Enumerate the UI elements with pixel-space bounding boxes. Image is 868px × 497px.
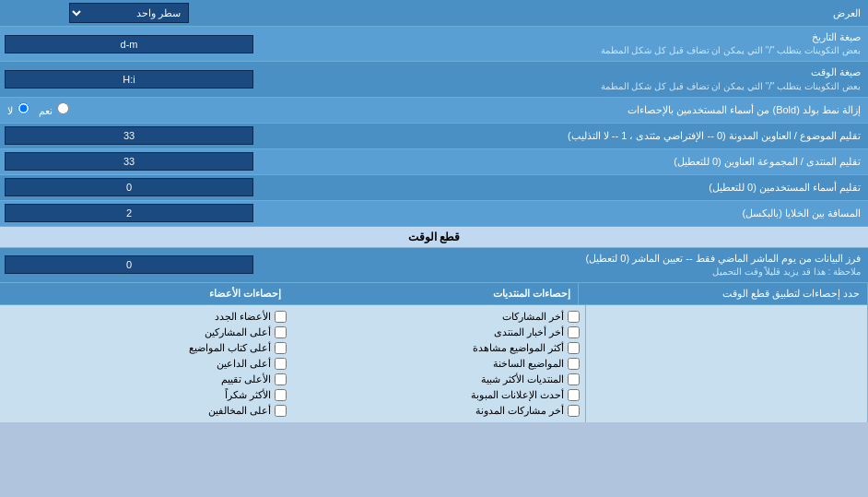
usernames-row: تقليم أسماء المستخدمين (0 للتعطيل) xyxy=(0,175,868,201)
checkbox-item: الأعضاء الجدد xyxy=(6,309,287,325)
bold-label: إزالة نمط بولد (Bold) من أسماء المستخدمي… xyxy=(258,100,868,121)
section-header: قطع الوقت xyxy=(0,227,868,248)
stats-apply-label: حدد إحصاءات لتطبيق قطع الوقت xyxy=(579,283,868,304)
cb-top-posters[interactable] xyxy=(275,326,287,338)
topics-row: تقليم الموضوع / العناوين المدونة (0 -- ا… xyxy=(0,124,868,149)
cb-top-violators[interactable] xyxy=(275,405,287,417)
bottom-header-row: حدد إحصاءات لتطبيق قطع الوقت إحصاءات الم… xyxy=(0,283,868,305)
forum-group-row: تقليم المنتدى / المجموعة العناوين (0 للت… xyxy=(0,149,868,175)
forum-group-input[interactable] xyxy=(5,152,253,171)
main-container: العرض سطر واحد سطران ثلاثة أسطر صيغة الت… xyxy=(0,0,868,422)
empty-col xyxy=(586,305,868,422)
checkbox-item: أعلى المخالفين xyxy=(6,403,287,419)
cb-top-rated[interactable] xyxy=(275,373,287,385)
cb-similar-forums[interactable] xyxy=(568,373,580,385)
bold-no-radio[interactable] xyxy=(18,102,29,114)
cb-most-viewed[interactable] xyxy=(568,342,580,354)
usernames-label: تقليم أسماء المستخدمين (0 للتعطيل) xyxy=(258,177,868,198)
col2-header: إحصاءات الأعضاء xyxy=(0,283,288,304)
cb-new-members[interactable] xyxy=(275,311,287,323)
freeze-input-cell xyxy=(0,253,258,277)
spacing-input[interactable] xyxy=(5,204,253,222)
time-format-row: صيغة الوقت بعض التكوينات يتطلب "/" التي … xyxy=(0,62,868,97)
cb-top-inviters[interactable] xyxy=(275,358,287,370)
date-format-input-cell xyxy=(0,32,258,56)
time-format-input[interactable] xyxy=(5,70,253,89)
checkbox-item: أحدث الإعلانات المبوبة xyxy=(298,387,579,403)
bold-yes-label: نعم xyxy=(39,102,71,117)
checkbox-item: أعلى الداعين xyxy=(6,356,287,372)
checkbox-item: أخر أخبار المنتدى xyxy=(298,325,579,340)
cb-last-news[interactable] xyxy=(568,326,580,338)
display-dropdown[interactable]: سطر واحد سطران ثلاثة أسطر xyxy=(69,3,189,23)
time-format-label: صيغة الوقت بعض التكوينات يتطلب "/" التي … xyxy=(258,62,868,96)
checkbox-area: أخر المشاركات أخر أخبار المنتدى أكثر الم… xyxy=(0,305,868,422)
checkbox-item: أكثر المواضيع مشاهدة xyxy=(298,340,579,356)
cb-most-thanked[interactable] xyxy=(275,389,287,401)
checkbox-item: المواضيع الساخنة xyxy=(298,356,579,372)
spacing-row: المسافة بين الخلايا (بالبكسل) xyxy=(0,201,868,227)
usernames-input-cell xyxy=(0,175,258,199)
bold-row: إزالة نمط بولد (Bold) من أسماء المستخدمي… xyxy=(0,98,868,124)
bold-no-label: لا xyxy=(7,102,31,117)
checkbox-item: أخر المشاركات xyxy=(298,309,579,325)
col1-header: إحصاءات المنتديات xyxy=(288,283,578,304)
time-format-input-cell xyxy=(0,67,258,91)
topics-input-cell xyxy=(0,124,258,148)
checkbox-col-2: الأعضاء الجدد أعلى المشاركين أعلى كتاب ا… xyxy=(0,305,292,422)
freeze-label: فرز البيانات من يوم الماشر الماضي فقط --… xyxy=(258,248,868,282)
cb-hot-topics[interactable] xyxy=(568,358,580,370)
bold-yes-radio[interactable] xyxy=(57,102,69,114)
cb-last-posts[interactable] xyxy=(568,311,580,323)
forum-group-label: تقليم المنتدى / المجموعة العناوين (0 للت… xyxy=(258,151,868,172)
spacing-input-cell xyxy=(0,201,258,225)
checkbox-item: الأعلى تقييم xyxy=(6,372,287,387)
display-label: العرض xyxy=(258,4,868,23)
freeze-input[interactable] xyxy=(5,255,253,274)
checkbox-item: المنتديات الأكثر شبية xyxy=(298,372,579,387)
cb-latest-ads[interactable] xyxy=(568,389,580,401)
checkbox-item: أخر مشاركات المدونة xyxy=(298,403,579,419)
cb-top-topic-writers[interactable] xyxy=(275,342,287,354)
checkbox-item: أعلى كتاب المواضيع xyxy=(6,340,287,356)
date-format-input[interactable] xyxy=(5,35,253,53)
freeze-row: فرز البيانات من يوم الماشر الماضي فقط --… xyxy=(0,248,868,283)
topics-label: تقليم الموضوع / العناوين المدونة (0 -- ا… xyxy=(258,125,868,147)
usernames-input[interactable] xyxy=(5,178,253,196)
bottom-section: حدد إحصاءات لتطبيق قطع الوقت إحصاءات الم… xyxy=(0,283,868,422)
checkbox-item: أعلى المشاركين xyxy=(6,325,287,340)
topics-input[interactable] xyxy=(5,126,253,145)
bold-radio-cell: نعم لا xyxy=(0,100,258,120)
display-input-cell: سطر واحد سطران ثلاثة أسطر xyxy=(0,0,258,26)
forum-group-input-cell xyxy=(0,149,258,173)
date-format-row: صيغة التاريخ بعض التكوينات يتطلب "/" الت… xyxy=(0,27,868,62)
date-format-label: صيغة التاريخ بعض التكوينات يتطلب "/" الت… xyxy=(258,27,868,61)
display-row: العرض سطر واحد سطران ثلاثة أسطر xyxy=(0,0,868,27)
spacing-label: المسافة بين الخلايا (بالبكسل) xyxy=(258,203,868,224)
checkbox-col-1: أخر المشاركات أخر أخبار المنتدى أكثر الم… xyxy=(292,305,585,422)
checkbox-item: الأكثر شكراً xyxy=(6,387,287,403)
cb-last-blog-posts[interactable] xyxy=(568,405,580,417)
